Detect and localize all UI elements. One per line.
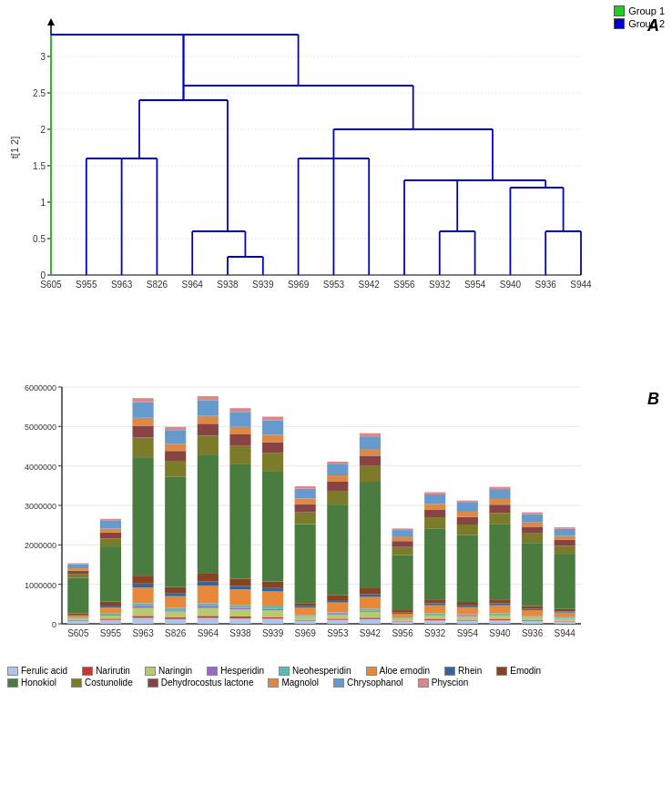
svg-rect-175: [198, 586, 219, 604]
svg-rect-133: [100, 546, 121, 602]
svg-text:S944: S944: [570, 280, 592, 290]
svg-rect-226: [295, 498, 316, 505]
svg-rect-128: [100, 615, 121, 616]
svg-rect-196: [229, 427, 250, 434]
svg-rect-246: [360, 617, 381, 619]
svg-rect-272: [392, 530, 412, 537]
svg-text:S942: S942: [360, 628, 382, 638]
svg-rect-347: [555, 529, 575, 536]
legend-label-group1: Group 1: [628, 5, 665, 16]
svg-rect-195: [229, 434, 250, 445]
svg-rect-265: [392, 614, 412, 617]
svg-rect-234: [327, 612, 348, 614]
svg-rect-181: [198, 416, 219, 424]
svg-text:S969: S969: [288, 280, 310, 290]
svg-rect-143: [132, 606, 153, 608]
svg-rect-255: [360, 455, 381, 465]
svg-rect-110: [67, 621, 88, 624]
svg-rect-286: [424, 504, 445, 509]
svg-rect-221: [295, 606, 316, 608]
svg-rect-275: [424, 620, 445, 624]
svg-rect-280: [424, 606, 445, 614]
svg-text:S605: S605: [67, 628, 89, 638]
svg-rect-337: [555, 618, 575, 621]
svg-rect-240: [327, 482, 348, 491]
svg-rect-207: [262, 581, 283, 587]
svg-rect-348: [555, 527, 575, 529]
legend-bottom: Ferulic acidNarirutinNaringinHesperidinN…: [7, 666, 590, 688]
svg-rect-236: [327, 600, 348, 603]
svg-rect-209: [262, 453, 283, 471]
legend-color-box: [496, 667, 507, 676]
svg-rect-159: [165, 608, 186, 611]
svg-rect-267: [392, 610, 412, 613]
svg-rect-293: [457, 616, 478, 617]
legend-text: Honokiol: [21, 678, 56, 688]
legend-item-chrysophanol: Chrysophanol: [333, 678, 403, 688]
svg-rect-326: [522, 609, 543, 611]
svg-rect-327: [522, 606, 543, 609]
svg-rect-344: [555, 545, 575, 554]
svg-rect-193: [229, 464, 250, 579]
svg-text:0: 0: [52, 620, 56, 629]
svg-text:S956: S956: [392, 628, 413, 638]
svg-rect-136: [100, 529, 121, 533]
legend-text: Rhein: [458, 666, 482, 676]
svg-rect-260: [392, 621, 412, 624]
legend-color-box: [7, 667, 18, 676]
svg-text:S963: S963: [111, 280, 133, 290]
svg-rect-203: [262, 609, 283, 610]
svg-rect-185: [229, 618, 250, 624]
svg-rect-190: [229, 589, 250, 605]
svg-rect-300: [457, 517, 478, 525]
svg-rect-215: [295, 621, 316, 624]
svg-rect-311: [489, 604, 510, 606]
svg-text:S956: S956: [393, 280, 415, 290]
svg-rect-245: [360, 619, 381, 624]
svg-rect-142: [132, 608, 153, 617]
svg-rect-316: [489, 499, 510, 505]
svg-rect-317: [489, 489, 510, 499]
svg-rect-288: [424, 493, 445, 494]
svg-marker-1: [47, 18, 55, 25]
svg-rect-170: [198, 618, 219, 625]
svg-rect-125: [100, 620, 121, 624]
svg-rect-206: [262, 588, 283, 592]
svg-rect-134: [100, 538, 121, 546]
svg-rect-324: [522, 617, 543, 617]
svg-rect-235: [327, 603, 348, 613]
legend-color-box: [444, 667, 455, 676]
svg-text:1: 1: [40, 198, 46, 208]
svg-rect-233: [327, 614, 348, 615]
svg-text:S954: S954: [457, 628, 479, 638]
svg-rect-222: [295, 603, 316, 606]
legend-item-costunolide: Costunolide: [71, 678, 133, 688]
legend-color-box: [366, 667, 377, 676]
svg-rect-231: [327, 618, 348, 619]
svg-text:t[1 2]: t[1 2]: [9, 137, 20, 158]
svg-rect-179: [198, 435, 219, 455]
svg-rect-297: [457, 602, 478, 606]
svg-rect-117: [67, 614, 88, 616]
legend-item-aloe-emodin: Aloe emodin: [366, 666, 431, 676]
svg-rect-194: [229, 445, 250, 464]
svg-text:2: 2: [40, 125, 46, 135]
svg-rect-144: [132, 603, 153, 606]
svg-rect-165: [165, 451, 186, 461]
svg-rect-282: [424, 599, 445, 603]
svg-rect-208: [262, 471, 283, 581]
svg-rect-158: [165, 610, 186, 611]
svg-rect-180: [198, 423, 219, 435]
svg-rect-276: [424, 619, 445, 620]
svg-rect-305: [489, 620, 510, 624]
svg-rect-160: [165, 596, 186, 608]
svg-text:S826: S826: [165, 628, 187, 638]
svg-text:3: 3: [40, 52, 46, 62]
svg-text:S936: S936: [535, 280, 557, 290]
svg-rect-177: [198, 574, 219, 582]
svg-rect-252: [360, 588, 381, 595]
legend-item-dehydrocostus-lactone: Dehydrocostus lactone: [148, 678, 254, 688]
legend-item-magnolol: Magnolol: [268, 678, 319, 688]
svg-text:4000000: 4000000: [25, 463, 56, 472]
svg-rect-342: [555, 609, 575, 612]
